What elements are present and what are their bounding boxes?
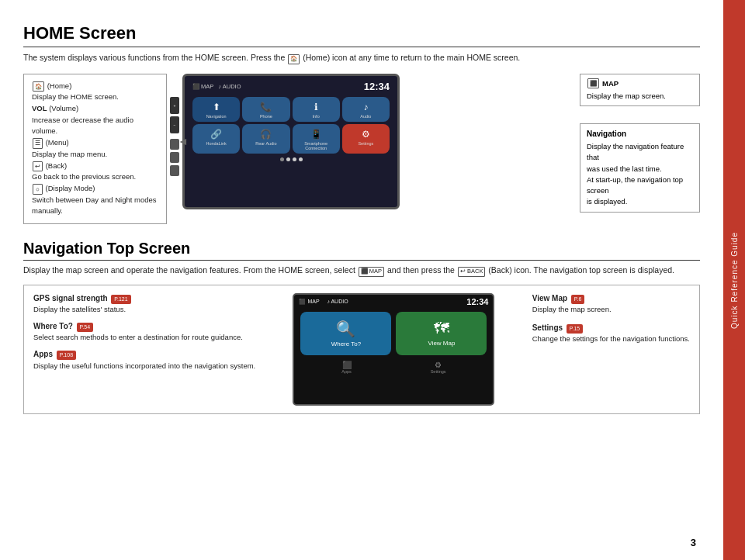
display-mode-icon: ☼ (33, 184, 43, 195)
nav-top-screen-section: Navigation Top Screen Display the map sc… (23, 240, 700, 414)
nav-annotation-line3: At start-up, the navigation top screen (587, 175, 693, 197)
map-annotation-title: ⬛ MAP (587, 78, 693, 89)
settings-page-ref: P.15 (567, 324, 584, 334)
gps-desc: Display the satellites' status. (33, 304, 255, 315)
home-btn-icon: 🏠 (33, 81, 44, 92)
back-select-icon: ↩ BACK (458, 267, 486, 277)
main-content: HOME Screen The system displays various … (0, 0, 723, 560)
back-btn (170, 152, 179, 163)
annotation-nav-box: Navigation Display the navigation featur… (580, 123, 700, 213)
apps-callout: Apps P.108 Display the useful functions … (33, 349, 255, 371)
settings-footer-icon: ⚙ (435, 361, 442, 369)
nav-diagram-box: GPS signal strength P.121 Display the sa… (23, 285, 700, 414)
view-map-icon: 🗺 (434, 320, 449, 337)
screen-tabs: ⬛ MAP ♪ AUDIO (192, 83, 241, 90)
display-btn (170, 165, 179, 176)
where-to-button: 🔍 Where To? (300, 312, 391, 355)
page-dots (189, 157, 393, 161)
audio-icon: ♪ Audio (342, 97, 390, 122)
gps-title-text: GPS signal strength (33, 294, 108, 302)
screen-time: 12:34 (364, 81, 390, 92)
settings-title: Settings P.15 (532, 323, 690, 334)
viewmap-title: View Map P.6 (532, 293, 690, 305)
viewmap-callout: View Map P.6 Display the map screen. (532, 293, 690, 315)
home-icon-inline: 🏠 (288, 54, 300, 64)
tab-audio: ♪ AUDIO (218, 83, 241, 90)
settings-desc: Change the settings for the navigation f… (532, 334, 690, 344)
apps-footer-label: Apps (341, 369, 352, 374)
settings-icon: ⚙ Settings (342, 124, 390, 154)
nav-screen-body: 🔍 Where To? 🗺 View Map (294, 309, 493, 358)
nav-screen-tabs: ⬛ MAP ♪ AUDIO (299, 299, 348, 305)
map-annotation-text: Display the map screen. (587, 91, 693, 102)
callout-line-7: ↩ (Back) (32, 161, 158, 172)
gps-title: GPS signal strength P.121 (33, 293, 255, 305)
home-section-content: 🏠 (Home) Display the HOME screen. VOL (V… (23, 74, 700, 225)
gps-page-ref: P.121 (111, 295, 130, 304)
home-screen-section: HOME Screen The system displays various … (23, 23, 700, 224)
callout-line-10: Switch between Day and Night modes manua… (32, 195, 158, 217)
whereto-callout: Where To? P.54 Select search methods to … (33, 321, 255, 343)
apps-page-ref: P.108 (57, 351, 76, 360)
nav-left-callouts: GPS signal strength P.121 Display the sa… (33, 293, 255, 378)
apps-footer-icon: ⬛ (342, 361, 352, 369)
home-section-title: HOME Screen (23, 23, 700, 47)
hondalink-label: HondaLink (206, 141, 226, 146)
vol-up-btn: + (170, 97, 179, 114)
left-arrow: ◄ (178, 135, 189, 147)
home-section-desc: The system displays various functions fr… (23, 52, 700, 64)
home-callout-box: 🏠 (Home) Display the HOME screen. VOL (V… (23, 74, 167, 225)
nav-label: Navigation (206, 114, 227, 119)
page-number: 3 (691, 537, 696, 548)
nav-annotation-line4: is displayed. (587, 196, 693, 207)
nav-section-title: Navigation Top Screen (23, 240, 700, 261)
settings-title-text: Settings (532, 323, 563, 332)
whereto-page-ref: P.54 (77, 323, 94, 332)
callout-line-8: Go back to the previous screen. (32, 171, 158, 183)
nav-tab-audio: ♪ AUDIO (327, 299, 348, 304)
smartphone-icon: 📱 Smartphone Connection (293, 124, 340, 154)
apps-title: Apps P.108 (33, 349, 255, 361)
audio-symbol: ♪ (363, 102, 368, 112)
where-to-label: Where To? (331, 340, 362, 347)
phone-icon: 📞 Phone (242, 97, 289, 122)
callout-line-5: ☰ (Menu) (32, 137, 158, 149)
settings-label: Settings (358, 141, 373, 146)
apps-desc: Display the useful functions incorporate… (33, 361, 255, 372)
rear-label: Rear Audio (255, 141, 276, 146)
apps-footer: ⬛ Apps (341, 361, 352, 374)
screen-icons-grid: ⬆ Navigation 📞 Phone ℹ Info (189, 95, 393, 155)
settings-symbol: ⚙ (362, 129, 370, 140)
settings-footer-label: Settings (431, 369, 446, 374)
where-to-icon: 🔍 (336, 320, 355, 338)
callout-line-4: Increase or decrease the audio volume. (32, 115, 158, 137)
gps-callout: GPS signal strength P.121 Display the sa… (33, 293, 255, 315)
nav-annotation-title: Navigation (587, 128, 693, 140)
nav-annotation-line2: was used the last time. (587, 164, 693, 175)
whereto-title: Where To? P.54 (33, 321, 255, 333)
whereto-desc: Select search methods to enter a destina… (33, 332, 255, 343)
hondalink-icon: 🔗 HondaLink (192, 124, 240, 154)
settings-callout: Settings P.15 Change the settings for th… (532, 323, 690, 344)
audio-label: Audio (360, 114, 371, 119)
nav-screen-mock: ⬛ MAP ♪ AUDIO 12:34 🔍 Where To? 🗺 View M… (293, 293, 494, 406)
nav-screen-footer: ⬛ Apps ⚙ Settings (294, 358, 493, 374)
info-symbol: ℹ (314, 102, 318, 112)
home-screen-mock: ⬛ MAP ♪ AUDIO 12:34 ⬆ Navigation 📞 (182, 74, 400, 209)
vol-down-btn: − (170, 116, 179, 133)
callout-line-2: Display the HOME screen. (32, 92, 158, 103)
nav-icon: ⬆ Navigation (192, 97, 240, 122)
nav-symbol: ⬆ (213, 102, 220, 112)
viewmap-page-ref: P.6 (571, 295, 585, 304)
nav-screen-area: ⬛ MAP ♪ AUDIO 12:34 🔍 Where To? 🗺 View M… (268, 293, 519, 406)
view-map-button: 🗺 View Map (396, 312, 487, 355)
smartphone-symbol: 📱 (310, 129, 322, 140)
side-tab: Quick Reference Guide (723, 0, 745, 560)
screen-header: ⬛ MAP ♪ AUDIO 12:34 (189, 81, 393, 92)
nav-section-desc: Display the map screen and operate the n… (23, 264, 700, 277)
hondalink-symbol: 🔗 (210, 129, 222, 140)
rear-symbol: 🎧 (260, 129, 272, 140)
apps-title-text: Apps (33, 350, 53, 358)
menu-icon: ☰ (33, 138, 43, 149)
callout-line-9: ☼ (Display Mode) (32, 183, 158, 195)
